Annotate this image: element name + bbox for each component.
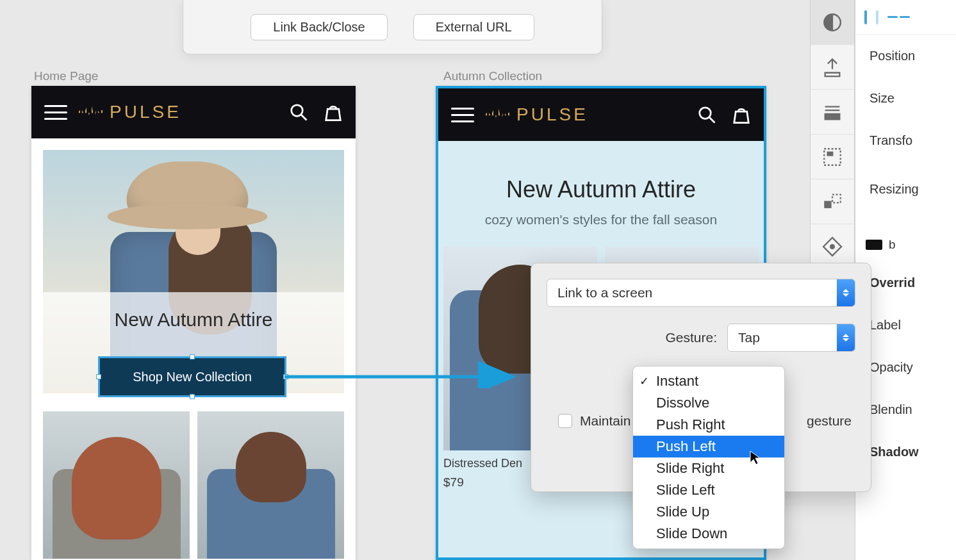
home-thumb-1 — [43, 411, 190, 559]
shopping-bag-icon[interactable] — [732, 105, 751, 124]
svg-point-0 — [292, 105, 303, 117]
layer-name: b — [889, 238, 896, 252]
inspector-tool-strip — [810, 0, 855, 278]
cta-label: Shop New Collection — [133, 370, 252, 384]
svg-rect-11 — [824, 201, 831, 208]
transition-option[interactable]: Push Right — [633, 414, 784, 436]
transition-option[interactable]: Slide Left — [633, 479, 784, 501]
transition-option-label: Slide Left — [656, 482, 715, 498]
svg-line-1 — [301, 115, 307, 120]
selection-handle-left[interactable] — [96, 374, 101, 379]
inspector-row-resizing[interactable]: Resizing — [855, 168, 956, 210]
autumn-title: New Autumn Attire — [451, 176, 751, 203]
transition-option[interactable]: Slide Down — [633, 523, 784, 545]
hamburger-icon[interactable] — [451, 108, 474, 122]
align-tools — [855, 0, 956, 35]
inspector-layer-row[interactable]: b — [855, 228, 956, 261]
inspector-row-size[interactable]: Size — [855, 77, 956, 119]
layout-icon[interactable] — [811, 135, 854, 179]
svg-rect-6 — [825, 113, 840, 119]
gesture-suffix: gesture — [807, 413, 855, 429]
selection-handle-top[interactable] — [190, 354, 195, 359]
svg-rect-9 — [824, 149, 841, 165]
artboard-home[interactable]: PULSE New Autumn Attire — [31, 86, 356, 560]
gesture-select[interactable]: Tap — [727, 324, 855, 352]
link-action-select[interactable]: Link to a screen — [547, 279, 855, 307]
mouse-cursor-icon — [748, 450, 764, 465]
inspector-row-position[interactable]: Position — [855, 35, 956, 77]
svg-line-3 — [709, 117, 715, 123]
shop-new-collection-button[interactable]: Shop New Collection — [99, 358, 285, 396]
artboard-label-autumn[interactable]: Autumn Collection — [443, 69, 542, 83]
transition-option[interactable]: ✓Instant — [633, 370, 784, 392]
logo-wave-icon — [486, 107, 511, 122]
link-action-value: Link to a screen — [547, 285, 837, 301]
selection-handle-right[interactable] — [283, 374, 288, 379]
shopping-bag-icon[interactable] — [324, 103, 343, 122]
logo-wave-icon — [79, 104, 104, 120]
transition-option[interactable]: Dissolve — [633, 392, 784, 414]
select-stepper-icon — [837, 279, 855, 306]
svg-rect-10 — [827, 151, 834, 156]
svg-point-14 — [830, 245, 834, 249]
svg-point-2 — [700, 108, 711, 119]
search-icon[interactable] — [697, 105, 716, 124]
transition-option-label: Push Left — [656, 438, 716, 455]
link-type-popover: Link Back/Close External URL — [183, 0, 602, 54]
stack-icon[interactable] — [811, 90, 854, 135]
align-center-icon[interactable] — [876, 10, 878, 24]
transition-option-label: Slide Down — [656, 525, 727, 542]
link-back-close-button[interactable]: Link Back/Close — [251, 14, 387, 40]
inspector-row-transform[interactable]: Transfo — [855, 119, 956, 161]
transition-option-label: Dissolve — [656, 395, 709, 411]
transition-option-label: Instant — [656, 373, 698, 390]
gesture-label: Gesture: — [665, 330, 717, 345]
mobile-header: PULSE — [31, 86, 356, 138]
maintain-label: Maintain — [580, 413, 630, 429]
logo: PULSE — [486, 104, 686, 125]
gesture-row: Gesture: Tap — [547, 324, 855, 352]
search-icon[interactable] — [289, 103, 308, 122]
layer-swatch-icon — [866, 240, 882, 250]
autumn-hero: New Autumn Attire cozy women's styles fo… — [438, 141, 764, 247]
home-thumb-2 — [197, 411, 344, 559]
logo-text: PULSE — [516, 104, 588, 125]
select-stepper-icon — [837, 324, 855, 351]
maintain-checkbox[interactable] — [558, 414, 572, 428]
transition-option[interactable]: Slide Up — [633, 501, 784, 523]
check-icon: ✓ — [639, 374, 649, 388]
transition-option-label: Push Right — [656, 416, 725, 433]
logo-text: PULSE — [110, 102, 181, 122]
inspector-tab-properties[interactable] — [811, 0, 854, 45]
selection-handle-bottom[interactable] — [190, 394, 195, 399]
resize-icon[interactable] — [811, 179, 854, 224]
align-distribute-icon[interactable] — [887, 16, 910, 18]
svg-rect-12 — [832, 194, 841, 202]
mobile-header: PULSE — [438, 88, 764, 141]
logo: PULSE — [79, 102, 277, 122]
hamburger-icon[interactable] — [44, 105, 67, 120]
transition-option-label: Slide Right — [656, 460, 724, 477]
transition-option-label: Slide Up — [656, 504, 709, 520]
autumn-subtitle: cozy women's styles for the fall season — [451, 212, 751, 227]
external-url-button[interactable]: External URL — [413, 14, 534, 40]
export-icon[interactable] — [811, 45, 854, 90]
gesture-value: Tap — [728, 330, 837, 345]
artboard-label-home[interactable]: Home Page — [34, 69, 98, 83]
home-thumb-row — [31, 411, 356, 559]
align-left-icon[interactable] — [864, 10, 867, 24]
hero-title: New Autumn Attire — [115, 309, 273, 331]
